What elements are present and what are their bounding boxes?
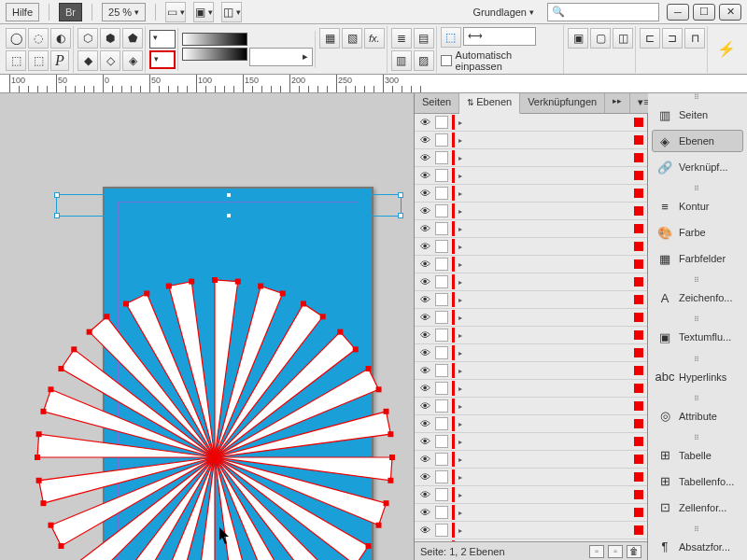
visibility-toggle-icon[interactable]: 👁 [418,311,431,324]
new-sublayer-icon[interactable]: ▫ [589,545,604,558]
dock-item-textumflu-[interactable]: ▣Textumflu... [648,324,747,350]
layer-row[interactable]: 👁▸ [415,203,647,220]
disclosure-triangle-icon[interactable]: ▸ [458,119,466,127]
tool-icon[interactable]: ◐ [50,28,71,49]
lock-toggle[interactable] [435,470,448,483]
tint-slider[interactable] [182,33,247,46]
lock-toggle[interactable] [435,133,448,147]
dock-grip[interactable]: ⠿ [648,434,747,442]
layer-row[interactable]: 👁▸ [415,380,647,398]
visibility-toggle-icon[interactable]: 👁 [418,435,431,448]
lock-toggle[interactable] [435,524,448,537]
selection-indicator[interactable] [634,330,643,340]
selection-indicator[interactable] [634,224,643,233]
lock-toggle[interactable] [435,311,448,324]
lock-toggle[interactable] [435,169,448,182]
selection-indicator[interactable] [634,153,643,162]
dock-item-zellenfor-[interactable]: ⊡Zellenfor... [648,495,747,521]
lock-toggle[interactable] [435,346,448,359]
text-wrap-icon[interactable]: ▥ [391,50,412,71]
disclosure-triangle-icon[interactable]: ▸ [458,314,466,322]
tool-icon[interactable]: ⬚ [6,50,26,71]
layer-row[interactable]: 👁▸ [415,504,647,522]
tool-icon[interactable]: P [50,50,69,71]
layer-row[interactable]: 👁▸ [415,362,647,380]
maximize-button[interactable]: ☐ [693,4,715,21]
disclosure-triangle-icon[interactable]: ▸ [458,526,466,535]
lock-toggle[interactable] [435,275,448,288]
disclosure-triangle-icon[interactable]: ▸ [458,136,466,145]
lock-toggle[interactable] [435,417,448,430]
quick-apply-icon[interactable]: ⚡ [710,40,743,58]
visibility-toggle-icon[interactable]: 👁 [418,275,431,288]
dock-grip[interactable]: ⠿ [648,185,747,193]
dock-item-tabelle[interactable]: ⊞Tabelle [648,442,747,469]
selection-indicator[interactable] [634,313,643,322]
text-wrap-icon[interactable]: ▨ [414,50,434,71]
layer-row[interactable]: 👁▸ [415,309,647,327]
fit-icon[interactable]: ▢ [590,28,611,49]
measure-field[interactable]: ⟷4,233 mm [463,27,536,46]
visibility-toggle-icon[interactable]: 👁 [418,399,431,413]
disclosure-triangle-icon[interactable]: ▸ [458,154,466,162]
disclosure-triangle-icon[interactable]: ▸ [458,207,466,216]
selection-indicator[interactable] [634,206,643,216]
text-wrap-icon[interactable]: ≣ [391,28,412,49]
layer-row[interactable]: 👁▸ [415,486,647,504]
lock-toggle[interactable] [435,222,448,235]
screen-mode-button[interactable]: ▣ [193,2,214,22]
selection-indicator[interactable] [634,348,643,357]
selection-indicator[interactable] [634,401,643,411]
frame-fit-icon[interactable]: ⬚ [441,27,461,48]
fill-swatch[interactable] [149,30,176,49]
dock-grip[interactable]: ⠿ [648,315,747,324]
tab-layers[interactable]: ⇅Ebenen [459,93,520,114]
layer-row[interactable]: 👁▸ [415,522,647,539]
search-input[interactable] [565,7,649,18]
lock-toggle[interactable] [435,151,448,164]
disclosure-triangle-icon[interactable]: ▸ [458,367,466,375]
lock-toggle[interactable] [435,506,448,519]
dock-item-attribute[interactable]: ◎Attribute [648,403,747,429]
effects-icon[interactable]: ▧ [342,28,362,49]
stroke-swatch[interactable] [149,50,176,69]
panel-collapse-button[interactable]: ▸▸ [605,93,630,113]
layer-row[interactable]: 👁▸ [415,327,647,344]
dock-item-tabellenfo-[interactable]: ⊞Tabellenfo... [648,469,747,495]
selection-indicator[interactable] [634,366,643,375]
pathfinder-icon[interactable]: ⬟ [122,28,143,49]
layer-row[interactable]: 👁▸ [415,451,647,469]
visibility-toggle-icon[interactable]: 👁 [418,346,431,359]
fit-icon[interactable]: ◫ [613,28,633,49]
dock-grip[interactable]: ⠿ [648,356,747,364]
selection-indicator[interactable] [634,189,643,198]
dock-item-absatzfor-[interactable]: ¶Absatzfor... [648,534,747,560]
lock-toggle[interactable] [435,187,448,200]
disclosure-triangle-icon[interactable]: ▸ [458,331,466,340]
delete-layer-icon[interactable]: 🗑 [627,545,641,558]
dock-item-farbfelder[interactable]: ▦Farbfelder [648,245,747,272]
layer-list[interactable]: 👁▸👁▸👁▸👁▸👁▸👁▸👁▸👁▸👁▸👁▸👁▸👁▸👁▸👁▸👁▸👁▸👁▸👁▸👁▸👁▸… [415,114,647,541]
visibility-toggle-icon[interactable]: 👁 [418,417,431,430]
selection-indicator[interactable] [634,437,643,446]
layer-row[interactable]: 👁▸ [415,149,647,167]
selection-indicator[interactable] [634,277,643,287]
fx-button[interactable]: fx. [364,28,385,49]
layer-row[interactable]: 👁▸ [415,398,647,415]
minimize-button[interactable]: ─ [667,4,689,21]
layer-row[interactable]: 👁▸ [415,220,647,238]
layer-row[interactable]: 👁▸ [415,273,647,291]
visibility-toggle-icon[interactable]: 👁 [418,133,431,147]
visibility-toggle-icon[interactable]: 👁 [418,329,431,342]
visibility-toggle-icon[interactable]: 👁 [418,453,431,466]
fit-icon[interactable]: ▣ [568,28,588,49]
disclosure-triangle-icon[interactable]: ▸ [458,473,466,482]
selection-indicator[interactable] [634,455,643,464]
lock-toggle[interactable] [435,399,448,413]
selection-indicator[interactable] [634,472,643,482]
disclosure-triangle-icon[interactable]: ▸ [458,385,466,393]
layer-row[interactable]: 👁▸ [415,167,647,185]
lock-toggle[interactable] [435,204,448,217]
pathfinder-icon[interactable]: ◇ [100,50,120,71]
visibility-toggle-icon[interactable]: 👁 [418,222,431,235]
